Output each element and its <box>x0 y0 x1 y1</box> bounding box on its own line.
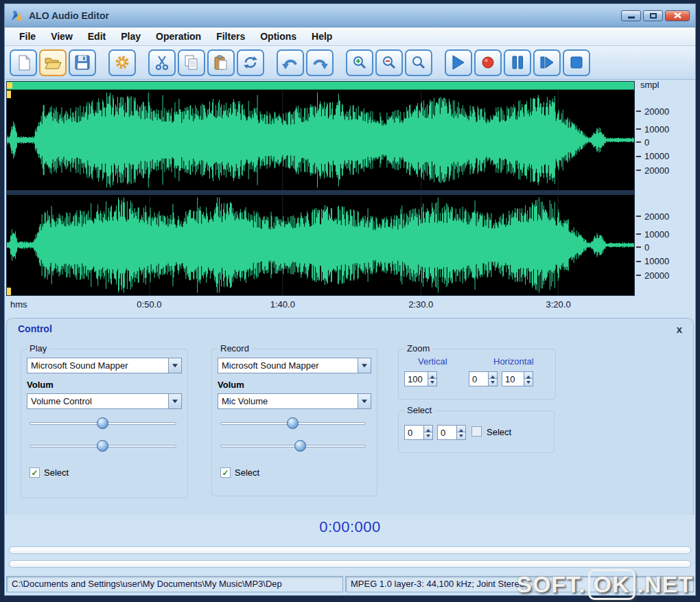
zoom-horizontal-spinner-left[interactable]: 0 <box>469 371 498 386</box>
maximize-button[interactable] <box>643 10 663 21</box>
waveform-section: smpl 20000 10000 0 10000 20000 20000 100… <box>5 80 695 314</box>
minimize-button[interactable] <box>621 10 641 21</box>
zoom-horizontal-spinner-right[interactable]: 10 <box>502 371 533 386</box>
select-group: Select 0 0 Select <box>398 410 555 453</box>
open-button[interactable] <box>39 49 67 76</box>
window-controls <box>619 10 690 21</box>
undo-icon <box>282 55 299 70</box>
new-button[interactable] <box>10 49 37 76</box>
paste-button[interactable] <box>207 49 235 76</box>
gear-icon <box>114 54 130 71</box>
zoom-in-button[interactable] <box>346 49 373 76</box>
menu-file[interactable]: File <box>12 29 43 44</box>
stop-button[interactable] <box>563 49 590 76</box>
spinner-up-icon[interactable] <box>489 372 497 379</box>
zoom-button[interactable] <box>405 49 432 76</box>
play-volume-slider-right[interactable] <box>30 439 176 453</box>
ruler-tick: 20000 <box>636 211 669 221</box>
record-icon <box>481 56 495 69</box>
zoom-in-icon <box>352 55 367 70</box>
zoom-out-button[interactable] <box>375 49 403 76</box>
slider-thumb[interactable] <box>294 440 306 452</box>
waveform-channel-2[interactable] <box>7 195 634 295</box>
close-button[interactable] <box>665 10 690 21</box>
menu-help[interactable]: Help <box>304 29 340 44</box>
record-volume-slider-left[interactable] <box>220 417 366 430</box>
control-panel: Control x Play Microsoft Sound Mapper Vo… <box>6 318 694 515</box>
copy-button[interactable] <box>178 49 205 76</box>
time-label: 3:20.0 <box>546 299 571 310</box>
slider-thumb[interactable] <box>97 417 108 429</box>
record-volume-slider-right[interactable] <box>220 439 366 453</box>
chevron-down-icon[interactable] <box>358 358 371 373</box>
seek-bar-1[interactable] <box>9 546 691 554</box>
play-device-select[interactable]: Microsoft Sound Mapper <box>27 358 182 373</box>
watermark-prefix: SOFT. <box>516 571 585 598</box>
cut-button[interactable] <box>148 49 176 76</box>
record-device-select[interactable]: Microsoft Sound Mapper <box>218 358 371 373</box>
ruler-tick: 0 <box>636 242 649 252</box>
play-volume-slider-left[interactable] <box>30 417 176 430</box>
time-label: 1:40.0 <box>270 299 295 310</box>
ruler-unit-label: smpl <box>635 81 694 89</box>
select-checkbox[interactable] <box>471 426 482 437</box>
play-select-row: ✓ Select <box>30 467 69 478</box>
menu-operation[interactable]: Operation <box>148 29 209 44</box>
menu-options[interactable]: Options <box>253 29 304 44</box>
undo-button[interactable] <box>277 49 304 76</box>
play-volume-select[interactable]: Volume Control <box>27 393 182 409</box>
stop-icon <box>570 56 583 69</box>
open-folder-icon <box>44 56 62 70</box>
record-button[interactable] <box>474 49 502 76</box>
redo-button[interactable] <box>306 49 334 76</box>
select-start-spinner[interactable]: 0 <box>404 425 433 440</box>
menu-view[interactable]: View <box>43 29 80 44</box>
settings-button[interactable] <box>108 49 136 76</box>
waveform-channel-1[interactable] <box>7 90 634 190</box>
slider-thumb[interactable] <box>287 417 299 429</box>
spinner-up-icon[interactable] <box>424 426 432 432</box>
spinner-down-icon[interactable] <box>424 432 432 439</box>
ruler-tick: 10000 <box>636 124 669 134</box>
record-select-checkbox[interactable]: ✓ <box>220 467 231 478</box>
control-panel-title: Control <box>18 323 52 334</box>
pause-button[interactable] <box>504 49 531 76</box>
zoom-vertical-spinner[interactable]: 100 <box>404 371 437 386</box>
select-end-spinner[interactable]: 0 <box>437 425 466 440</box>
record-select-row: ✓ Select <box>220 467 259 478</box>
control-panel-close-button[interactable]: x <box>677 323 682 335</box>
menu-play[interactable]: Play <box>113 29 148 44</box>
chevron-down-icon[interactable] <box>358 394 371 408</box>
spinner-up-icon[interactable] <box>457 426 465 432</box>
refresh-button[interactable] <box>237 49 264 76</box>
window-frame: ALO Audio Editor File View Edit Play Ope… <box>0 0 700 602</box>
menu-edit[interactable]: Edit <box>80 29 113 44</box>
ruler-tick: 20000 <box>636 270 669 280</box>
waveform-panel[interactable] <box>6 81 635 296</box>
menu-filters[interactable]: Filters <box>209 29 253 44</box>
slider-thumb[interactable] <box>97 440 108 452</box>
watermark-suffix: .NET <box>638 571 693 598</box>
refresh-icon <box>243 55 258 70</box>
spinner-up-icon[interactable] <box>524 372 533 379</box>
spinner-down-icon[interactable] <box>428 379 436 386</box>
zoom-horizontal-label: Horizontal <box>493 356 534 367</box>
record-volume-select[interactable]: Mic Volume <box>218 393 371 409</box>
fast-forward-button[interactable] <box>533 49 561 76</box>
fast-forward-icon <box>539 56 555 69</box>
spinner-down-icon[interactable] <box>457 432 465 439</box>
window-title: ALO Audio Editor <box>29 10 109 21</box>
play-button[interactable] <box>445 49 472 76</box>
spinner-down-icon[interactable] <box>489 379 497 386</box>
waveform-overview-bar[interactable] <box>7 82 634 90</box>
seek-bar-2[interactable] <box>9 560 691 568</box>
overview-position-marker[interactable] <box>7 82 12 89</box>
chevron-down-icon[interactable] <box>168 358 181 373</box>
spinner-up-icon[interactable] <box>428 372 436 379</box>
copy-icon <box>184 55 199 71</box>
play-select-checkbox[interactable]: ✓ <box>30 467 40 478</box>
spinner-down-icon[interactable] <box>524 379 533 386</box>
save-button[interactable] <box>69 49 96 76</box>
time-ruler: hms 0:50.0 1:40.0 2:30.0 3:20.0 <box>6 296 694 314</box>
chevron-down-icon[interactable] <box>168 394 181 408</box>
